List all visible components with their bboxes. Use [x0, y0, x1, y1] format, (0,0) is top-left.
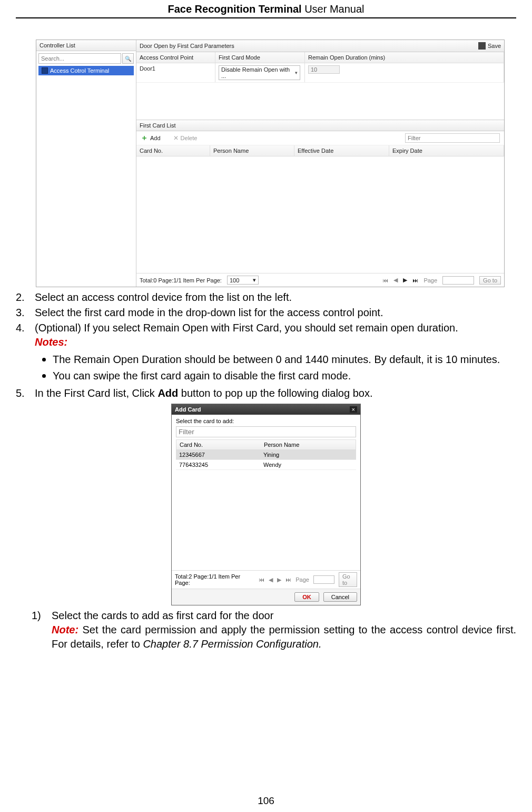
controller-list-header: Controller List: [36, 40, 136, 51]
col-card-no: Card No.: [136, 145, 210, 156]
pager-prev-icon[interactable]: ◀: [393, 277, 398, 283]
step-2: Select an access control device from the…: [35, 290, 516, 305]
first-card-list-header: First Card List: [136, 120, 504, 131]
col-person-name: Person Name: [210, 145, 294, 156]
dropdown-value: Disable Remain Open with ...: [221, 66, 295, 79]
delete-button[interactable]: ✕ Delete: [173, 134, 198, 142]
close-icon: ×: [352, 406, 355, 413]
notes-label: Notes:: [35, 336, 67, 348]
cell-card-no: 12345667: [176, 450, 260, 459]
tree-item-label: Access Cotrol Terminal: [50, 67, 109, 74]
col-expiry-date: Expiry Date: [389, 145, 504, 156]
cell-card-no: 776433245: [176, 460, 260, 469]
grid-footer: Total:0 Page:1/1 Item Per Page: 100 ▾ ⏮ …: [136, 273, 504, 287]
dialog-filter-input[interactable]: [176, 426, 356, 437]
substep-number: 1): [32, 609, 44, 651]
step-5: In the First Card list, Click Add button…: [35, 386, 516, 400]
notes-bullets: The Remain Open Duration should be betwe…: [35, 351, 516, 383]
pager-next-icon[interactable]: ▶: [277, 576, 281, 583]
right-panel-title: Door Open by First Card Parameters: [140, 43, 234, 49]
pager-last-icon[interactable]: ⏭: [412, 277, 418, 283]
dialog-footer-buttons: OK Cancel: [172, 589, 360, 605]
add-card-dialog: Add Card × Select the card to add: Card …: [171, 404, 361, 605]
header-title-rest: User Manual: [302, 3, 364, 15]
step-number: 2.: [16, 290, 25, 305]
page-input[interactable]: [442, 276, 474, 285]
pager-next-icon[interactable]: ▶: [403, 277, 407, 283]
dialog-goto-button[interactable]: Go to: [339, 572, 357, 587]
note-bullet-1: The Remain Open Duration should be betwe…: [53, 351, 516, 367]
col-card-no: Card No.: [176, 440, 261, 449]
cell-person-name: Wendy: [260, 460, 356, 469]
page-header: Face Recognition Terminal User Manual: [16, 0, 516, 17]
chapter-reference: Chapter 8.7 Permission Configuration.: [143, 638, 321, 650]
delete-label: Delete: [181, 135, 198, 141]
instruction-list: 2.Select an access control device from t…: [16, 290, 516, 400]
search-button[interactable]: 🔍: [122, 53, 134, 64]
dialog-row[interactable]: 776433245 Wendy: [176, 460, 356, 470]
col-access-point: Access Control Point: [136, 52, 215, 63]
step-number: 5.: [16, 386, 25, 400]
step-3: Select the first card mode in the drop-d…: [35, 306, 516, 320]
save-label: Save: [488, 43, 501, 49]
dialog-page-input[interactable]: [313, 575, 334, 584]
pager-last-icon[interactable]: ⏭: [285, 576, 291, 583]
plus-icon: ＋: [141, 133, 148, 143]
header-title-bold: Face Recognition Terminal: [168, 3, 301, 15]
cell-person-name: Yining: [260, 450, 356, 459]
search-input[interactable]: [38, 53, 121, 64]
add-button[interactable]: ＋ Add: [141, 133, 161, 143]
first-card-mode-dropdown[interactable]: Disable Remain Open with ... ▾: [219, 65, 300, 80]
cell-door: Door1: [136, 63, 215, 82]
search-icon: 🔍: [125, 56, 131, 62]
goto-button[interactable]: Go to: [479, 276, 501, 285]
right-pane: Door Open by First Card Parameters Save …: [136, 40, 504, 287]
pager-first-icon[interactable]: ⏮: [382, 277, 388, 283]
ok-button[interactable]: OK: [294, 592, 319, 602]
pager-first-icon[interactable]: ⏮: [259, 576, 264, 583]
chevron-down-icon: ▾: [295, 70, 298, 75]
col-first-card-mode: First Card Mode: [215, 52, 305, 63]
step-4: (Optional) If you select Remain Open wit…: [35, 322, 458, 334]
close-button[interactable]: ×: [350, 406, 357, 413]
col-person-name: Person Name: [261, 440, 356, 449]
params-grid-row: Door1 Disable Remain Open with ... ▾ 10: [136, 63, 504, 83]
page-label: Page: [295, 576, 309, 583]
chevron-down-icon: ▾: [253, 277, 256, 283]
first-card-toolbar: ＋ Add ✕ Delete: [136, 131, 504, 145]
items-per-page-dropdown[interactable]: 100 ▾: [227, 276, 259, 285]
footer-total: Total:0 Page:1/1 Item Per Page:: [140, 277, 222, 283]
x-icon: ✕: [173, 134, 179, 142]
terminal-icon: [42, 67, 48, 74]
note-bullet-2: You can swipe the first card again to di…: [53, 368, 516, 383]
dialog-grid-header: Card No. Person Name: [176, 439, 356, 450]
dialog-prompt: Select the card to add:: [176, 418, 356, 424]
params-grid-header: Access Control Point First Card Mode Rem…: [136, 52, 504, 63]
note-label: Note:: [52, 624, 78, 635]
dialog-row[interactable]: 12345667 Yining: [176, 450, 356, 460]
step-number: 3.: [16, 306, 25, 320]
step-number: 4.: [16, 321, 25, 385]
remain-open-duration-input[interactable]: 10: [308, 65, 340, 74]
filter-input[interactable]: [405, 133, 500, 143]
dialog-footer-total: Total:2 Page:1/1 Item Per Page:: [175, 573, 254, 586]
dialog-footer-pager: Total:2 Page:1/1 Item Per Page: ⏮ ◀ ▶ ⏭ …: [172, 570, 360, 589]
tree-item-terminal[interactable]: Access Cotrol Terminal: [38, 66, 134, 75]
substep-1: Select the cards to add as first card fo…: [52, 610, 273, 621]
page-label: Page: [423, 277, 437, 283]
col-effective-date: Effective Date: [294, 145, 389, 156]
controller-list-panel: Controller List 🔍 Access Cotrol Terminal: [36, 40, 136, 287]
screenshot-first-card-params: Controller List 🔍 Access Cotrol Terminal…: [36, 40, 505, 287]
cancel-button[interactable]: Cancel: [323, 592, 357, 602]
first-card-grid-header: Card No. Person Name Effective Date Expi…: [136, 145, 504, 156]
dialog-title: Add Card: [175, 406, 201, 413]
save-icon: [478, 42, 486, 50]
add-label: Add: [150, 135, 161, 141]
dialog-titlebar: Add Card ×: [172, 404, 360, 415]
save-button[interactable]: Save: [478, 42, 501, 50]
col-remain-open-duration: Remain Open Duration (mins): [305, 52, 504, 63]
nested-list: 1) Select the cards to add as first card…: [32, 609, 516, 651]
header-rule: [16, 17, 516, 18]
pager-prev-icon[interactable]: ◀: [269, 576, 273, 583]
page-number: 106: [0, 795, 532, 807]
